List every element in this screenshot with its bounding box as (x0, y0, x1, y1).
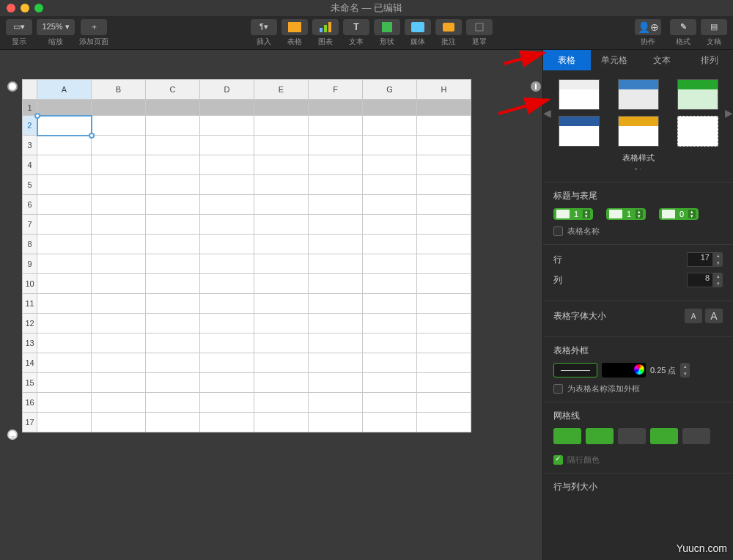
styles-pager[interactable]: • · (552, 165, 724, 173)
cols-stepper[interactable]: ▴▾ (713, 273, 723, 287)
row-header-13[interactable]: 13 (23, 334, 37, 353)
close-button[interactable] (7, 4, 15, 12)
table-cell[interactable] (417, 353, 471, 373)
table-cell[interactable] (200, 274, 254, 294)
col-header-G[interactable]: G (363, 80, 417, 100)
table-cell[interactable] (92, 294, 146, 314)
row-header-5[interactable]: 5 (23, 175, 37, 195)
table-cell[interactable] (363, 314, 417, 334)
gridline-btn-3[interactable] (618, 428, 646, 444)
table-cell[interactable] (254, 274, 309, 294)
row-header-8[interactable]: 8 (23, 235, 37, 254)
table-cell[interactable] (363, 334, 417, 353)
table-cell[interactable] (417, 195, 471, 215)
table-cell[interactable] (363, 353, 417, 373)
table-cell[interactable] (309, 393, 363, 413)
table-cell[interactable] (417, 393, 471, 413)
table-cell[interactable] (363, 136, 417, 155)
table-cell[interactable] (37, 136, 92, 155)
table-cell[interactable] (254, 195, 309, 215)
add-page-button[interactable]: ＋ (81, 19, 107, 35)
gridline-btn-1[interactable] (553, 428, 581, 444)
table-cell[interactable] (92, 215, 146, 235)
table-cell[interactable] (309, 413, 363, 432)
row-header-17[interactable]: 17 (23, 413, 37, 432)
table-cell[interactable] (146, 155, 200, 175)
canvas[interactable]: ABCDEFGH1234567891011121314151617 = (0, 50, 542, 560)
table-cell[interactable] (254, 413, 309, 432)
table-cell[interactable] (254, 175, 309, 195)
table-cell[interactable] (92, 314, 146, 334)
style-thumb-6[interactable] (677, 116, 718, 147)
table-cell[interactable] (254, 254, 309, 274)
gridline-btn-5[interactable] (682, 428, 710, 444)
font-larger-button[interactable]: A (705, 309, 723, 323)
table-cell[interactable] (146, 274, 200, 294)
table-cell[interactable] (146, 136, 200, 155)
table-cell[interactable] (417, 155, 471, 175)
table-cell[interactable] (37, 254, 92, 274)
table-select-handle[interactable] (7, 81, 18, 92)
table-cell[interactable] (417, 116, 471, 136)
mask-button[interactable] (466, 19, 493, 35)
table-cell[interactable] (417, 413, 471, 432)
table-cell[interactable] (200, 100, 254, 116)
table-cell[interactable] (200, 116, 254, 136)
row-header-2[interactable]: 2 (23, 116, 37, 136)
table-cell[interactable] (309, 235, 363, 254)
table-cell[interactable] (363, 155, 417, 175)
minimize-button[interactable] (21, 4, 29, 12)
table-cell[interactable] (146, 175, 200, 195)
table-cell[interactable] (417, 294, 471, 314)
row-header-9[interactable]: 9 (23, 254, 37, 274)
outline-line-style[interactable] (553, 363, 597, 377)
table-cell[interactable] (92, 155, 146, 175)
table-cell[interactable] (363, 175, 417, 195)
table-cell[interactable] (363, 413, 417, 432)
table-cell[interactable] (92, 136, 146, 155)
table-cell[interactable] (417, 254, 471, 274)
header-cols-stepper[interactable]: 1▴▾ (606, 208, 646, 220)
col-header-E[interactable]: E (254, 80, 309, 100)
table-cell[interactable] (146, 100, 200, 116)
table-cell[interactable] (309, 294, 363, 314)
table-cell[interactable] (417, 136, 471, 155)
table-cell[interactable] (417, 373, 471, 393)
table-cell[interactable] (92, 116, 146, 136)
footer-rows-stepper[interactable]: 0▴▾ (659, 208, 699, 220)
table-cell[interactable] (37, 373, 92, 393)
tab-arrange[interactable]: 排列 (685, 50, 733, 70)
table-cell[interactable] (92, 235, 146, 254)
col-header-C[interactable]: C (146, 80, 200, 100)
table-cell[interactable] (200, 215, 254, 235)
table-cell[interactable] (254, 373, 309, 393)
header-rows-stepper[interactable]: 1▴▾ (553, 208, 593, 220)
table-cell[interactable] (309, 373, 363, 393)
table-cell[interactable] (254, 136, 309, 155)
table-cell[interactable] (37, 235, 92, 254)
table-cell[interactable] (254, 294, 309, 314)
table-cell[interactable] (254, 215, 309, 235)
table-cell[interactable] (200, 373, 254, 393)
table-cell[interactable] (92, 334, 146, 353)
table-cell[interactable] (309, 274, 363, 294)
style-thumb-1[interactable] (559, 79, 600, 110)
table-cell[interactable] (363, 294, 417, 314)
table-cell[interactable] (92, 373, 146, 393)
table-cell[interactable] (309, 100, 363, 116)
table-cell[interactable] (417, 235, 471, 254)
table-cell[interactable] (37, 274, 92, 294)
style-thumb-5[interactable] (618, 116, 659, 147)
table-cell[interactable] (363, 274, 417, 294)
table-cell[interactable] (37, 314, 92, 334)
table-cell[interactable] (146, 116, 200, 136)
table-cell[interactable] (254, 155, 309, 175)
table-cell[interactable] (37, 294, 92, 314)
table-cell[interactable] (200, 314, 254, 334)
table-cell[interactable] (254, 334, 309, 353)
table-cell[interactable] (363, 215, 417, 235)
media-button[interactable] (405, 19, 431, 35)
row-header-11[interactable]: 11 (23, 294, 37, 314)
gridline-btn-2[interactable] (586, 428, 614, 444)
table-cell[interactable] (92, 175, 146, 195)
